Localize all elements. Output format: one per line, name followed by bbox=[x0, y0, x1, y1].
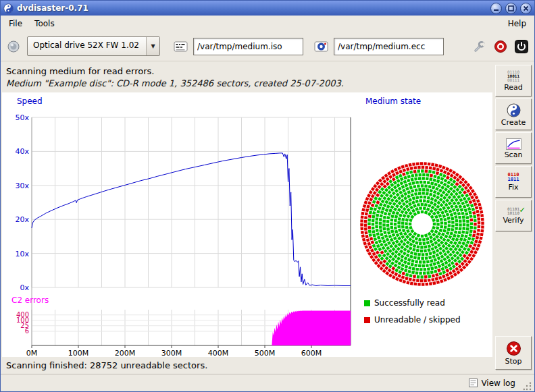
window-title: dvdisaster-0.71 bbox=[17, 3, 487, 13]
c2-errors-area bbox=[272, 310, 351, 345]
app-window: dvdisaster-0.71 File Tools Help Optical … bbox=[0, 0, 535, 392]
legend-swatch bbox=[364, 317, 370, 323]
action-sidebar: 01110 10011 00111 Read Create bbox=[492, 61, 534, 374]
drive-select[interactable]: Optical drive 52X FW 1.02 ▼ bbox=[27, 36, 160, 56]
menu-help[interactable]: Help bbox=[502, 16, 532, 32]
verify-label: Verify bbox=[503, 217, 524, 224]
fix-button[interactable]: 0110 1011 Fix bbox=[495, 166, 532, 198]
iso-file-icon bbox=[172, 38, 190, 55]
menu-file[interactable]: File bbox=[3, 16, 28, 32]
power-icon bbox=[515, 40, 528, 53]
svg-text:0M: 0M bbox=[26, 349, 38, 357]
binary-icon: 01110 10011 00111 bbox=[507, 70, 519, 82]
svg-text:Unreadable / skipped: Unreadable / skipped bbox=[374, 315, 461, 325]
scan-visualization-canvas: 0M100M200M300M400M500M600M0x10x20x30x40x… bbox=[2, 92, 492, 357]
fix-label: Fix bbox=[508, 184, 518, 191]
svg-text:200M: 200M bbox=[115, 349, 136, 357]
titlebar[interactable]: dvdisaster-0.71 bbox=[1, 1, 534, 16]
menubar: File Tools Help bbox=[1, 16, 534, 32]
minimize-button[interactable] bbox=[490, 3, 502, 14]
app-icon bbox=[3, 3, 14, 13]
svg-text:300M: 300M bbox=[161, 349, 182, 357]
stop-button[interactable]: Stop bbox=[495, 336, 532, 370]
scan-result-text: Scanning finished: 28752 unreadable sect… bbox=[1, 357, 492, 374]
view-log-button[interactable]: View log bbox=[464, 376, 520, 390]
check-icon: ✓ bbox=[519, 205, 525, 214]
lifesaver-icon bbox=[494, 40, 507, 53]
colored-binary-icon: 0110 1011 bbox=[508, 173, 519, 182]
svg-text:C2 errors: C2 errors bbox=[11, 296, 49, 305]
binary-check-icon: 01101 10110 ✓ bbox=[507, 207, 519, 215]
medium-state-disc bbox=[360, 162, 484, 285]
svg-text:Medium state: Medium state bbox=[365, 96, 421, 106]
svg-text:600M: 600M bbox=[301, 349, 322, 357]
quit-button[interactable] bbox=[513, 38, 530, 55]
svg-text:0x: 0x bbox=[20, 283, 29, 292]
preferences-button[interactable] bbox=[470, 38, 488, 55]
verify-button[interactable]: 01101 10110 ✓ Verify bbox=[495, 200, 532, 231]
svg-text:Speed: Speed bbox=[17, 96, 43, 106]
yinyang-icon bbox=[507, 103, 521, 117]
svg-text:50x: 50x bbox=[15, 113, 29, 122]
status-line-2: Medium "Example disc": CD-R mode 1, 3524… bbox=[6, 78, 487, 88]
scan-button[interactable]: Scan bbox=[495, 132, 532, 164]
iso-path-input[interactable] bbox=[193, 38, 303, 55]
mini-chart-icon bbox=[506, 138, 521, 150]
ecc-path-input[interactable] bbox=[334, 38, 444, 55]
svg-text:400: 400 bbox=[16, 311, 29, 318]
legend-swatch bbox=[364, 300, 370, 306]
log-icon bbox=[469, 379, 478, 387]
drive-status-icon bbox=[5, 38, 22, 55]
svg-text:Successfully read: Successfully read bbox=[374, 298, 445, 308]
create-button[interactable]: Create bbox=[495, 99, 532, 130]
scan-label: Scan bbox=[505, 151, 523, 159]
svg-text:30x: 30x bbox=[15, 181, 29, 190]
svg-text:40x: 40x bbox=[15, 147, 29, 156]
maximize-button[interactable] bbox=[505, 3, 517, 14]
main-area: Scanning medium for read errors. Medium … bbox=[1, 61, 534, 374]
stop-label: Stop bbox=[505, 358, 521, 365]
menu-tools[interactable]: Tools bbox=[28, 16, 61, 32]
svg-text:400M: 400M bbox=[208, 349, 229, 357]
content-column: Scanning medium for read errors. Medium … bbox=[1, 61, 492, 374]
menubar-spacer bbox=[61, 16, 502, 32]
close-button[interactable] bbox=[520, 3, 532, 14]
status-line-1: Scanning medium for read errors. bbox=[6, 66, 487, 76]
statusbar: View log bbox=[1, 374, 534, 391]
svg-text:10x: 10x bbox=[15, 250, 29, 258]
read-button[interactable]: 01110 10011 00111 Read bbox=[495, 65, 532, 96]
svg-text:100M: 100M bbox=[68, 349, 89, 357]
drive-select-value: Optical drive 52X FW 1.02 bbox=[28, 37, 146, 55]
stop-icon bbox=[506, 341, 521, 356]
svg-text:500M: 500M bbox=[255, 349, 276, 357]
status-area: Scanning medium for read errors. Medium … bbox=[1, 61, 492, 90]
wrench-icon bbox=[472, 40, 486, 53]
toolbar: Optical drive 52X FW 1.02 ▼ bbox=[1, 32, 534, 61]
view-log-label: View log bbox=[481, 379, 515, 388]
create-label: Create bbox=[501, 119, 526, 126]
read-label: Read bbox=[504, 84, 523, 91]
ecc-file-icon bbox=[312, 38, 330, 55]
resize-grip[interactable] bbox=[523, 382, 532, 391]
chevron-down-icon: ▼ bbox=[146, 37, 159, 55]
svg-text:20x: 20x bbox=[15, 215, 29, 224]
help-button[interactable] bbox=[492, 38, 509, 55]
